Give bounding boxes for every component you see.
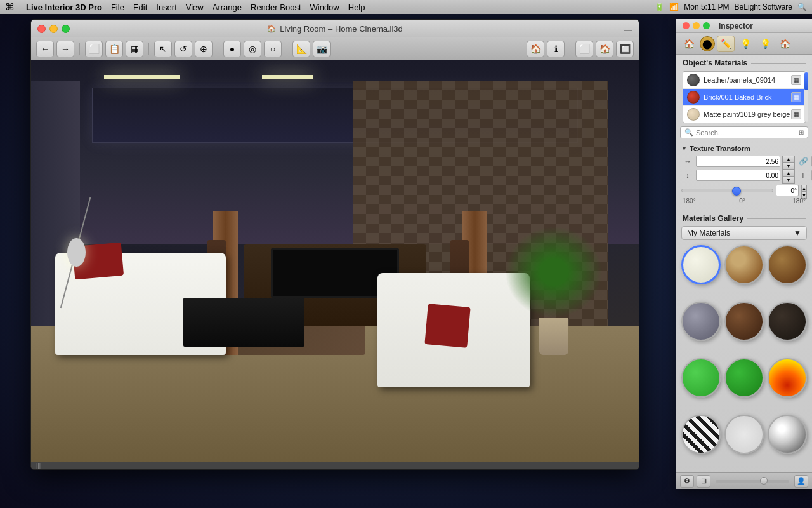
ceiling-light-2: [262, 75, 313, 79]
gallery-item-green2[interactable]: [724, 358, 764, 398]
person-view-button[interactable]: 👤: [794, 475, 808, 488]
scale-x-stepper[interactable]: ▲ ▼: [782, 156, 795, 167]
inspector-icon-lighting[interactable]: 💡: [737, 36, 754, 52]
info-button[interactable]: ℹ: [547, 41, 565, 57]
material-edit-icon-brick[interactable]: ▦: [791, 92, 801, 102]
3d-view-button[interactable]: 📋: [105, 41, 123, 57]
gallery-item-green1[interactable]: [681, 358, 721, 398]
material-search-bar: 🔍 ⊞: [680, 126, 808, 138]
scale-x-input[interactable]: [696, 156, 780, 167]
render-sphere-button[interactable]: ●: [223, 41, 241, 57]
inspector-icon-room[interactable]: 💡: [756, 36, 774, 52]
view-exterior-button[interactable]: 🔲: [616, 41, 634, 57]
gallery-item-fire[interactable]: [768, 358, 807, 398]
angle-slider-row: ▲ ▼: [681, 185, 807, 196]
material-edit-icon-matte[interactable]: ▦: [791, 109, 801, 119]
inspector-titlebar: Inspector: [676, 19, 812, 33]
gallery-item-spots[interactable]: [724, 415, 764, 454]
viewport[interactable]: |||: [31, 60, 639, 469]
inspector-minimize[interactable]: [693, 22, 700, 29]
window-menu[interactable]: Window: [310, 3, 339, 12]
maximize-button[interactable]: [62, 25, 70, 33]
angle-slider-thumb[interactable]: [732, 187, 741, 196]
offset-y-label: I: [797, 172, 809, 179]
rotate-tool[interactable]: ↺: [174, 41, 192, 57]
angle-stepper[interactable]: ▲ ▼: [801, 185, 807, 196]
material-search-input[interactable]: [696, 129, 796, 137]
add-material-button[interactable]: ⚙: [680, 475, 694, 488]
floor-plan-button[interactable]: ⬜: [85, 41, 103, 57]
view-menu[interactable]: View: [186, 3, 204, 12]
viewport-scrollbar[interactable]: |||: [31, 462, 639, 469]
gallery-dropdown[interactable]: My Materials ▼: [681, 226, 807, 240]
material-name-leather: Leather/pamela_09014: [704, 76, 775, 84]
window-title-text: Living Room – Home Cinema.li3d: [280, 24, 403, 34]
nav-forward-button[interactable]: →: [56, 41, 74, 57]
inspector-icon-object[interactable]: 🏠: [680, 36, 698, 52]
zoom-slider-thumb[interactable]: [760, 477, 768, 485]
select-tool[interactable]: ↖: [154, 41, 172, 57]
render-boost-menu[interactable]: Render Boost: [251, 3, 301, 12]
gallery-item-wood3[interactable]: [724, 302, 764, 341]
scale-x-down[interactable]: ▼: [782, 163, 795, 170]
render-mode-button[interactable]: ○: [264, 41, 282, 57]
angle-value-input[interactable]: [776, 185, 799, 196]
view-3d-button[interactable]: 🏠: [596, 41, 613, 57]
inspector-icon-material[interactable]: ⬤: [700, 36, 715, 51]
offset-x-down[interactable]: ▼: [782, 177, 795, 184]
search-icon-menu[interactable]: 🔍: [797, 3, 807, 11]
offset-x-up[interactable]: ▲: [782, 170, 795, 177]
arrange-menu[interactable]: Arrange: [213, 3, 242, 12]
navigate-3d-button[interactable]: 🏠: [527, 41, 544, 57]
gallery-item-white[interactable]: [681, 245, 721, 284]
minimize-button[interactable]: [49, 25, 58, 33]
render-view-button[interactable]: ▦: [126, 41, 143, 57]
chain-link-icon[interactable]: 🔗: [797, 157, 809, 166]
insert-menu[interactable]: Insert: [156, 3, 177, 12]
3d-scene[interactable]: [31, 60, 639, 469]
traffic-lights: [37, 25, 70, 33]
inspector-icon-house[interactable]: 🏠: [776, 36, 794, 52]
grid-view-icon[interactable]: ⊞: [799, 129, 804, 136]
angle-row: ▲ ▼ 180° 0° −180°: [676, 182, 812, 207]
gallery-item-dark[interactable]: [768, 302, 807, 341]
materials-scrollbar-thumb[interactable]: [804, 72, 808, 90]
window-resize-handle[interactable]: [624, 25, 632, 32]
nav-back-button[interactable]: ←: [36, 41, 54, 57]
material-item-brick[interactable]: Brick/001 Baked Brick ▦: [683, 89, 805, 106]
inspector-close[interactable]: [683, 22, 690, 29]
angle-up[interactable]: ▲: [801, 185, 807, 192]
inspector-maximize[interactable]: [703, 22, 710, 29]
inspector-icon-texture[interactable]: ✏️: [717, 36, 735, 52]
gallery-item-zebra[interactable]: [681, 415, 721, 454]
gallery-item-stone1[interactable]: [681, 302, 721, 341]
offset-x-stepper[interactable]: ▲ ▼: [782, 170, 795, 181]
search-icon: 🔍: [684, 128, 693, 137]
apple-menu[interactable]: ⌘: [5, 1, 15, 13]
material-name-matte: Matte paint/1019 grey beige: [704, 110, 790, 118]
material-edit-icon-leather[interactable]: ▦: [791, 75, 801, 85]
view-2d-button[interactable]: ⬜: [575, 41, 593, 57]
file-menu[interactable]: File: [111, 3, 124, 12]
gallery-item-wood2[interactable]: [768, 245, 807, 284]
edit-menu[interactable]: Edit: [133, 3, 147, 12]
render-ring-button[interactable]: ◎: [244, 41, 261, 57]
offset-x-input[interactable]: [696, 170, 780, 181]
camera-button[interactable]: 📐: [292, 41, 310, 57]
coffee-table: [183, 298, 305, 347]
app-name[interactable]: Live Interior 3D Pro: [26, 3, 102, 12]
scale-x-up[interactable]: ▲: [782, 156, 795, 163]
close-button[interactable]: [37, 25, 46, 33]
angle-slider-track[interactable]: [681, 189, 773, 192]
main-window: 🏠 Living Room – Home Cinema.li3d ← → ⬜ 📋…: [30, 19, 639, 470]
help-menu[interactable]: Help: [348, 3, 365, 12]
texture-expand-icon[interactable]: ▼: [681, 145, 687, 152]
screenshot-button[interactable]: 📷: [313, 41, 331, 57]
material-item-matte[interactable]: Matte paint/1019 grey beige ▦: [683, 106, 805, 123]
move-tool[interactable]: ⊕: [195, 41, 213, 57]
zoom-slider-track[interactable]: [716, 480, 789, 483]
grid-view-button[interactable]: ⊞: [697, 475, 710, 488]
gallery-item-chrome[interactable]: [768, 415, 807, 454]
material-item-leather[interactable]: Leather/pamela_09014 ▦: [683, 72, 805, 89]
gallery-item-wood1[interactable]: [724, 245, 764, 284]
